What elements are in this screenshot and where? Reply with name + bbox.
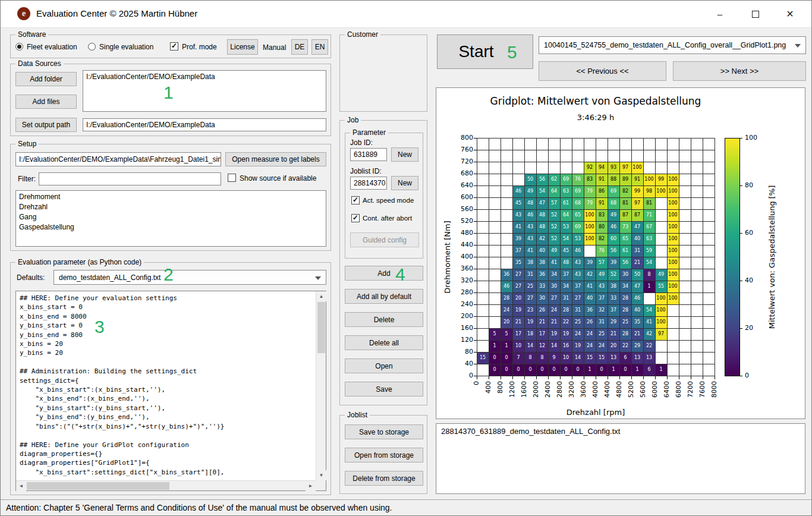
add-all-by-default-button[interactable]: Add all by default bbox=[345, 289, 423, 304]
language-de-button[interactable]: DE bbox=[291, 39, 308, 55]
joblist-id-input[interactable]: 28814370 bbox=[350, 177, 387, 190]
heatmap-cell: 53 bbox=[572, 233, 584, 245]
tick-mark bbox=[474, 174, 477, 174]
result-file-dropdown[interactable]: 10040145_524755_demo_testdaten_ALL_Confi… bbox=[539, 36, 806, 54]
scroll-left-icon[interactable]: ◄ bbox=[16, 481, 26, 491]
heatmap-cell: 1 bbox=[643, 281, 655, 292]
tick-label: 7200 bbox=[687, 381, 694, 405]
start-button[interactable]: Start bbox=[437, 34, 533, 69]
next-button[interactable]: >> Next >> bbox=[673, 61, 806, 81]
previous-button[interactable]: << Previous << bbox=[539, 61, 666, 81]
heatmap-cell: 100 bbox=[667, 292, 679, 304]
license-button[interactable]: License bbox=[227, 39, 258, 55]
heatmap-cell: 21 bbox=[631, 328, 643, 340]
heatmap-cell: 17 bbox=[536, 328, 548, 340]
heatmap-cell: 6 bbox=[643, 364, 655, 376]
maximize-button[interactable] bbox=[742, 1, 769, 27]
open-button[interactable]: Open bbox=[345, 358, 423, 373]
heatmap-cell: 19 bbox=[548, 328, 560, 340]
job-group-label: Job bbox=[345, 116, 361, 124]
scrollbar-corner bbox=[316, 480, 326, 490]
tick-label: 1200 bbox=[509, 381, 516, 405]
heatmap-cell: 36 bbox=[536, 269, 548, 281]
label-list-item[interactable]: Gaspedalstellung bbox=[16, 222, 326, 232]
add-files-button[interactable]: Add files bbox=[15, 95, 77, 109]
heatmap-cell: 20 bbox=[512, 292, 524, 304]
scroll-down-icon[interactable]: ▼ bbox=[316, 470, 326, 480]
joblist-file-item[interactable]: 28814370_631889_demo_testdaten_ALL_Confi… bbox=[441, 427, 620, 436]
tick-label: 800 bbox=[497, 381, 504, 405]
delete-all-button[interactable]: Delete all bbox=[345, 335, 423, 350]
minimize-button[interactable]: – bbox=[707, 1, 733, 27]
heatmap-cell: 37 bbox=[512, 245, 524, 257]
add-button[interactable]: Add bbox=[345, 266, 423, 281]
annotation-3: 3 bbox=[95, 317, 105, 337]
delete-from-storage-button[interactable]: Delete from storage bbox=[345, 471, 423, 486]
heatmap-cell: 14 bbox=[524, 340, 536, 352]
scroll-right-icon[interactable]: ► bbox=[306, 481, 316, 491]
tick-mark bbox=[572, 376, 572, 379]
tick-mark bbox=[474, 269, 477, 269]
add-folder-button[interactable]: Add folder bbox=[15, 72, 77, 86]
tick-label: 200 bbox=[447, 313, 473, 320]
joblist-id-new-button[interactable]: New bbox=[391, 176, 418, 190]
language-en-button[interactable]: EN bbox=[311, 39, 328, 55]
tick-mark bbox=[740, 281, 742, 281]
scroll-up-icon[interactable]: ▲ bbox=[316, 291, 326, 301]
job-id-input[interactable]: 631889 bbox=[350, 148, 387, 161]
filter-input[interactable] bbox=[39, 172, 221, 185]
heatmap-cell: 76 bbox=[596, 245, 608, 257]
tick-label: 600 bbox=[447, 194, 473, 201]
heatmap-cell: 69 bbox=[572, 221, 584, 233]
joblist-files-box[interactable]: 28814370_631889_demo_testdaten_ALL_Confi… bbox=[436, 423, 805, 494]
heatmap-cell: 21 bbox=[536, 316, 548, 328]
job-id-new-button[interactable]: New bbox=[391, 147, 418, 162]
cont-after-abort-checkbox[interactable]: ✓ bbox=[351, 214, 360, 222]
open-from-storage-button[interactable]: Open from storage bbox=[345, 448, 423, 462]
heatmap-cell: 37 bbox=[560, 269, 572, 281]
labels-listbox[interactable]: DrehmomentDrehzahlGangGaspedalstellung bbox=[15, 190, 326, 247]
measure-path-field[interactable]: I:/EvaluationCenter/DEMO/ExampleData\Fah… bbox=[15, 152, 221, 166]
output-path-field[interactable]: I:/EvaluationCenter/DEMO/ExampleData bbox=[83, 118, 326, 131]
heatmap-cell: 0 bbox=[572, 364, 584, 376]
tick-mark bbox=[740, 138, 742, 139]
setup-group: Setup I:/EvaluationCenter/DEMO/ExampleDa… bbox=[10, 144, 331, 251]
tick-mark bbox=[501, 376, 501, 379]
close-button[interactable]: ✕ bbox=[777, 1, 803, 27]
source-paths-textarea[interactable]: I:/EvaluationCenter/DEMO/ExampleData bbox=[83, 70, 326, 112]
heatmap-cell: 27 bbox=[572, 292, 584, 304]
heatmap-cell: 68 bbox=[608, 197, 619, 209]
single-evaluation-radio[interactable] bbox=[88, 43, 96, 51]
save-to-storage-button[interactable]: Save to storage bbox=[345, 424, 423, 439]
code-vertical-scrollbar[interactable]: ▲ ▼ bbox=[316, 291, 326, 480]
fleet-evaluation-radio[interactable] bbox=[15, 43, 23, 51]
open-measure-button[interactable]: Open measure to get labels bbox=[225, 152, 326, 166]
horizontal-scroll-thumb[interactable] bbox=[27, 482, 169, 490]
heatmap-cell: 82 bbox=[619, 185, 631, 197]
act-speed-mode-checkbox[interactable]: ✓ bbox=[351, 196, 360, 204]
label-list-item[interactable]: Gang bbox=[16, 212, 326, 222]
heatmap-cell: 62 bbox=[548, 174, 560, 185]
label-list-item[interactable]: Drehzahl bbox=[16, 202, 326, 212]
delete-button[interactable]: Delete bbox=[345, 312, 423, 327]
set-output-path-button[interactable]: Set output path bbox=[15, 118, 77, 132]
heatmap-cell: 5 bbox=[501, 328, 512, 340]
code-horizontal-scrollbar[interactable]: ◄ ► bbox=[16, 480, 316, 490]
prof-mode-checkbox[interactable]: ✓ bbox=[170, 42, 178, 51]
code-editor[interactable]: ## HERE: Define your evaluation settings… bbox=[15, 291, 326, 491]
heatmap-cell: 25 bbox=[524, 281, 536, 292]
heatmap-cell: 100 bbox=[655, 316, 667, 328]
heatmap-cell: 28 bbox=[619, 328, 631, 340]
heatmap-cell: 37 bbox=[596, 292, 608, 304]
heatmap-cell: 18 bbox=[524, 328, 536, 340]
customer-group-label: Customer bbox=[345, 30, 380, 39]
single-evaluation-label: Single evaluation bbox=[99, 43, 153, 51]
show-source-checkbox[interactable] bbox=[228, 174, 236, 182]
label-list-item[interactable]: Drehmoment bbox=[16, 192, 326, 202]
heatmap-cell: 64 bbox=[548, 185, 560, 197]
heatmap-cell: 22 bbox=[560, 316, 572, 328]
save-button[interactable]: Save bbox=[345, 382, 423, 397]
vertical-scroll-thumb[interactable] bbox=[317, 302, 325, 353]
heatmap-cell: 8 bbox=[643, 269, 655, 281]
defaults-dropdown[interactable]: demo_testdaten_ALL_Config.txt bbox=[53, 270, 326, 285]
